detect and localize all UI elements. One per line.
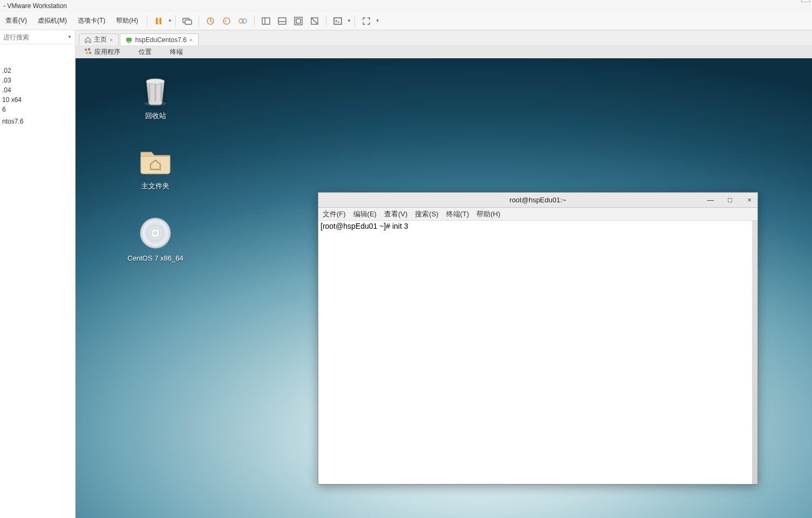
pause-button[interactable] (152, 14, 166, 28)
svg-rect-1 (160, 18, 162, 24)
close-icon[interactable]: × (189, 37, 193, 43)
terminal-titlebar[interactable]: root@hspEdu01:~ — □ × (318, 193, 758, 208)
gnome-top-bar: 应用程序 位置 终端 (76, 45, 812, 58)
toolbar-separator (147, 15, 147, 27)
svg-point-5 (223, 18, 230, 24)
terminal-window[interactable]: root@hspEdu01:~ — □ × 文件(F) 编辑(E) 查看(V) … (318, 192, 758, 485)
view-single-button[interactable] (259, 14, 273, 28)
stretch-button[interactable] (308, 14, 322, 28)
snapshot-revert-button[interactable] (220, 14, 234, 28)
terminal-label: 终端 (170, 47, 183, 57)
icon-label: 回收站 (145, 111, 166, 121)
terminal-menubar: 文件(F) 编辑(E) 查看(V) 搜索(S) 终端(T) 帮助(H) (318, 208, 758, 221)
svg-rect-8 (262, 18, 270, 24)
svg-point-21 (86, 52, 88, 54)
svg-rect-10 (278, 18, 286, 24)
svg-point-22 (89, 52, 91, 54)
vmware-titlebar: - VMware Workstation (0, 0, 812, 12)
menu-tabs[interactable]: 选项卡(T) (72, 12, 111, 30)
trash-icon (138, 72, 173, 108)
snapshot-take-button[interactable] (203, 14, 217, 28)
menu-help[interactable]: 帮助(H) (111, 12, 144, 30)
minimize-button[interactable]: — (706, 196, 715, 204)
term-menu-file[interactable]: 文件(F) (323, 209, 346, 219)
term-menu-edit[interactable]: 编辑(E) (353, 209, 377, 219)
app-title: - VMware Workstation (3, 2, 67, 10)
list-item[interactable]: .03 (0, 76, 75, 85)
svg-rect-16 (334, 18, 342, 24)
list-item[interactable]: ntos7.6 (0, 117, 75, 126)
library-list: .02 .03 .04 10 x64 6 ntos7.6 (0, 44, 75, 518)
desktop-icon-trash[interactable]: 回收站 (123, 72, 188, 121)
menu-vm[interactable]: 虚拟机(M) (32, 12, 72, 30)
terminal-line: [root@hspEdu01 ~]# init 3 (320, 222, 755, 230)
toolbar-separator (254, 15, 255, 27)
svg-point-27 (154, 231, 157, 235)
icon-label: 主文件夹 (141, 181, 169, 191)
toolbar-separator (354, 15, 355, 27)
svg-rect-12 (295, 17, 302, 25)
gnome-foot-icon (84, 48, 92, 56)
svg-rect-0 (156, 18, 158, 24)
scrollbar[interactable] (752, 221, 758, 484)
guest-desktop[interactable]: 应用程序 位置 终端 回收站 (76, 45, 812, 518)
svg-rect-17 (126, 38, 132, 42)
term-menu-search[interactable]: 搜索(S) (415, 209, 438, 219)
snapshot-manage-button[interactable] (236, 14, 250, 28)
terminal-body[interactable]: [root@hspEdu01 ~]# init 3 (318, 221, 758, 484)
list-item[interactable]: 6 (0, 105, 75, 114)
maximize-button[interactable]: □ (725, 196, 735, 204)
folder-home-icon (138, 142, 173, 178)
term-menu-terminal[interactable]: 终端(T) (446, 209, 469, 219)
desktop-icon-iso[interactable]: CentOS 7 x86_64 (123, 215, 188, 262)
icon-label: CentOS 7 x86_64 (127, 254, 183, 262)
disc-icon (138, 215, 173, 251)
svg-rect-3 (185, 20, 192, 24)
toolbar-separator (175, 15, 176, 27)
tab-label: hspEduCentos7.6 (135, 36, 186, 44)
chevron-down-icon[interactable]: ▼ (168, 18, 172, 23)
menu-view[interactable]: 查看(V) (0, 12, 32, 30)
term-menu-help[interactable]: 帮助(H) (476, 209, 500, 219)
home-icon (85, 37, 91, 43)
list-item[interactable]: .02 (0, 66, 75, 76)
tab-hspeducentos[interactable]: hspEduCentos7.6 × (120, 33, 199, 45)
svg-rect-13 (296, 19, 301, 23)
close-icon[interactable]: × (110, 37, 113, 43)
toolbar-separator (199, 15, 199, 27)
vm-tabs: 主页 × hspEduCentos7.6 × (76, 30, 812, 45)
places-label: 位置 (139, 47, 152, 57)
list-item[interactable]: 10 x64 (0, 95, 75, 105)
send-ctrl-alt-del-button[interactable] (180, 14, 194, 28)
vm-icon (126, 37, 132, 43)
places-menu[interactable]: 位置 (133, 47, 157, 57)
svg-point-24 (146, 79, 165, 84)
search-input[interactable] (3, 33, 67, 41)
desktop-icon-home[interactable]: 主文件夹 (123, 142, 188, 191)
close-icon[interactable]: × (801, 0, 810, 2)
chevron-down-icon[interactable]: ▼ (347, 18, 351, 23)
close-button[interactable]: × (745, 196, 754, 204)
svg-rect-18 (127, 42, 131, 43)
library-sidebar: × ▼ .02 .03 .04 10 x64 6 ntos7.6 (0, 30, 76, 518)
unity-button[interactable] (291, 14, 305, 28)
fullscreen-button[interactable] (359, 14, 373, 28)
term-menu-view[interactable]: 查看(V) (384, 209, 407, 219)
applications-label: 应用程序 (94, 47, 120, 57)
tab-home[interactable]: 主页 × (79, 33, 119, 45)
terminal-title: root@hspEdu01:~ (509, 196, 566, 204)
view-split-button[interactable] (275, 14, 289, 28)
tab-label: 主页 (94, 35, 107, 44)
toolbar-separator (326, 15, 326, 27)
chevron-down-icon[interactable]: ▼ (67, 35, 72, 39)
svg-line-15 (311, 18, 318, 24)
terminal-launcher[interactable]: 终端 (165, 47, 188, 57)
library-search[interactable]: ▼ (0, 30, 75, 44)
vmware-menubar: 查看(V) 虚拟机(M) 选项卡(T) 帮助(H) ▼ ▼ ▼ (0, 12, 812, 30)
console-button[interactable] (331, 14, 345, 28)
applications-menu[interactable]: 应用程序 (79, 47, 126, 57)
chevron-down-icon[interactable]: ▼ (376, 18, 380, 23)
svg-point-20 (88, 48, 91, 51)
svg-point-7 (242, 19, 247, 23)
list-item[interactable]: .04 (0, 85, 75, 95)
